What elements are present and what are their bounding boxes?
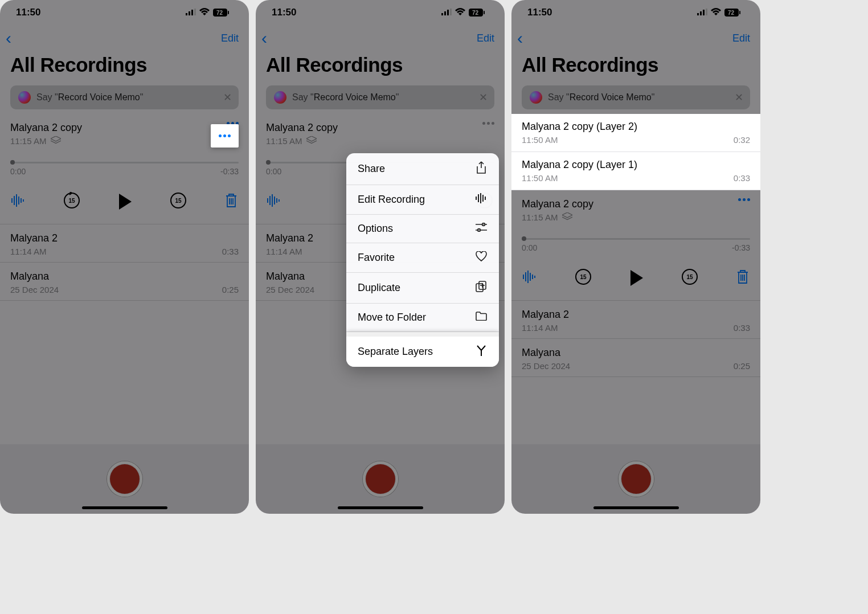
play-button[interactable]	[630, 270, 643, 286]
svg-rect-25	[274, 197, 275, 204]
svg-rect-9	[18, 197, 19, 204]
recording-time: 11:50 AM	[522, 173, 558, 183]
svg-text:15: 15	[69, 198, 76, 204]
wifi-icon	[711, 7, 721, 18]
recording-list-item[interactable]: Malyana 2 copy (Layer 1) 11:50 AM0:33	[511, 152, 760, 190]
menu-edit-recording[interactable]: Edit Recording	[346, 185, 499, 215]
recording-list-item[interactable]: Malyana 2 11:14 AM0:33	[511, 301, 760, 339]
playback-scrubber[interactable]	[522, 238, 750, 240]
svg-rect-6	[11, 198, 13, 203]
more-button[interactable]	[738, 198, 750, 201]
svg-point-38	[478, 229, 481, 232]
fork-icon	[475, 345, 488, 359]
recording-time: 11:14 AM	[10, 247, 46, 256]
remaining-time: -0:33	[732, 243, 750, 252]
recording-list-item[interactable]: Malyana 25 Dec 20240:25	[511, 339, 760, 377]
recording-list-item[interactable]: Malyana 2 copy (Layer 2) 11:50 AM0:32	[511, 114, 760, 152]
svg-rect-19	[450, 9, 452, 15]
siri-suggestion[interactable]: Say "Record Voice Memo" ✕	[522, 85, 750, 109]
record-button[interactable]	[619, 461, 654, 497]
svg-rect-24	[272, 194, 273, 207]
close-icon[interactable]: ✕	[479, 91, 488, 104]
playback-scrubber[interactable]	[10, 162, 239, 163]
context-menu: Share Edit Recording Options Favorite Du…	[346, 153, 499, 367]
trash-button[interactable]	[736, 269, 749, 286]
skip-back-button[interactable]: 15	[575, 268, 592, 288]
svg-rect-43	[697, 13, 699, 15]
wifi-icon	[455, 7, 465, 18]
svg-rect-11	[23, 199, 24, 202]
menu-duplicate[interactable]: Duplicate	[346, 273, 499, 304]
svg-rect-31	[478, 194, 479, 202]
skip-forward-button[interactable]: 15	[170, 192, 187, 211]
edit-button[interactable]: Edit	[477, 32, 494, 44]
back-button[interactable]: ‹	[261, 30, 267, 47]
edit-button[interactable]: Edit	[732, 32, 750, 44]
svg-rect-26	[276, 198, 277, 203]
recording-title: Malyana	[10, 271, 239, 283]
svg-rect-50	[525, 272, 526, 281]
menu-favorite[interactable]: Favorite	[346, 243, 499, 273]
svg-rect-16	[441, 13, 443, 15]
home-indicator[interactable]	[82, 506, 167, 509]
home-indicator[interactable]	[593, 506, 679, 509]
elapsed-time: 0:00	[10, 167, 26, 176]
waveform-icon[interactable]	[523, 271, 537, 285]
record-button[interactable]	[363, 461, 398, 497]
recording-title: Malyana 2	[10, 232, 239, 244]
remaining-time: -0:33	[220, 167, 239, 176]
recording-list-item[interactable]: Malyana 2 11:14 AM0:33	[0, 224, 249, 263]
svg-rect-49	[523, 275, 524, 279]
menu-options[interactable]: Options	[346, 215, 499, 243]
svg-rect-0	[186, 13, 187, 15]
siri-suggestion[interactable]: Say "Record Voice Memo" ✕	[10, 85, 239, 109]
recording-list-item[interactable]: Malyana 25 Dec 20240:25	[0, 263, 249, 301]
trash-button[interactable]	[225, 193, 238, 210]
status-time: 11:50	[272, 7, 296, 18]
back-button[interactable]: ‹	[6, 30, 11, 47]
recording-time: 11:50 AM	[522, 135, 558, 145]
svg-rect-46	[706, 9, 707, 15]
more-button[interactable]	[482, 122, 494, 125]
recording-time: 11:15 AM	[522, 212, 558, 222]
siri-suggestion[interactable]: Say "Record Voice Memo" ✕	[266, 85, 494, 109]
more-button-highlight[interactable]	[211, 124, 239, 148]
cellular-icon	[697, 7, 707, 18]
cellular-icon	[186, 7, 196, 18]
menu-separate-layers[interactable]: Separate Layers	[346, 332, 499, 367]
svg-point-36	[482, 223, 485, 226]
close-icon[interactable]: ✕	[735, 91, 743, 104]
svg-rect-45	[703, 10, 705, 15]
page-title: All Recordings	[0, 47, 249, 81]
svg-rect-2	[191, 10, 193, 15]
edit-button[interactable]: Edit	[221, 32, 239, 44]
elapsed-time: 0:00	[266, 167, 281, 176]
recording-title: Malyana 2	[522, 309, 750, 321]
svg-rect-30	[476, 197, 477, 200]
recording-time: 11:15 AM	[266, 136, 302, 146]
battery-icon: 72	[724, 9, 747, 17]
svg-rect-32	[480, 193, 481, 203]
siri-icon	[530, 91, 542, 104]
heart-icon	[475, 251, 488, 264]
layers-icon	[51, 136, 61, 146]
home-indicator[interactable]	[338, 506, 423, 509]
svg-rect-3	[194, 9, 196, 15]
menu-move-to-folder[interactable]: Move to Folder	[346, 304, 499, 332]
close-icon[interactable]: ✕	[223, 91, 232, 104]
expanded-recording: Malyana 2 copy 11:15 AM 0:00-0:33 15 15	[511, 190, 760, 301]
recording-title: Malyana 2 copy	[10, 122, 82, 134]
play-button[interactable]	[119, 194, 132, 210]
recording-title: Malyana	[522, 347, 750, 359]
skip-back-button[interactable]: 15	[63, 192, 80, 211]
back-button[interactable]: ‹	[517, 30, 523, 47]
waveform-icon[interactable]	[11, 194, 25, 209]
svg-rect-8	[16, 194, 17, 207]
waveform-icon[interactable]	[267, 194, 281, 209]
menu-share[interactable]: Share	[346, 153, 499, 185]
page-title: All Recordings	[256, 47, 505, 81]
recording-duration: 0:33	[734, 173, 750, 183]
svg-rect-33	[482, 195, 484, 202]
skip-forward-button[interactable]: 15	[681, 268, 698, 288]
record-button[interactable]	[107, 461, 142, 497]
